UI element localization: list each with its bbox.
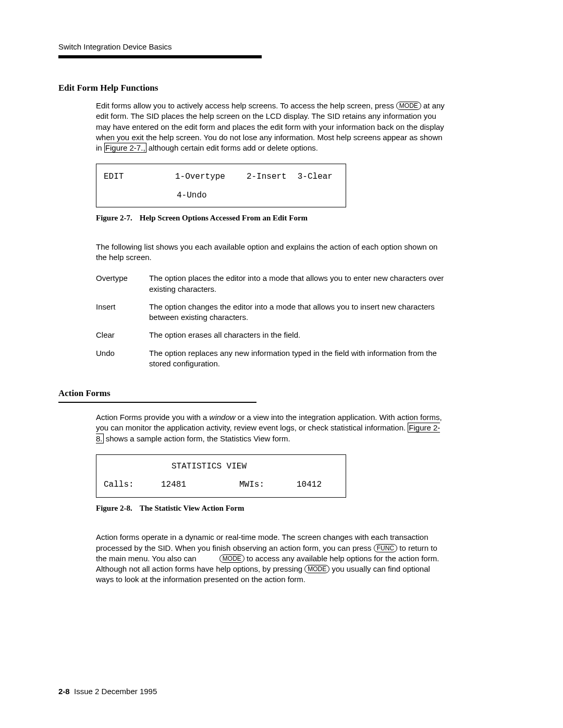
lcd-cell: MWIs: xyxy=(239,479,297,491)
lcd-cell: EDIT xyxy=(104,171,175,183)
caption-label: Figure 2-7. xyxy=(96,213,132,223)
italic-window: window xyxy=(210,413,236,422)
def-text: The option erases all characters in the … xyxy=(149,330,447,340)
def-text: The option changes the editor into a mod… xyxy=(149,302,447,323)
lcd-help-screen: EDIT 1-Overtype 2-Insert 3-Clear 4-Undo xyxy=(96,164,346,207)
midpara: The following list shows you each availa… xyxy=(96,242,447,263)
figure-2-7-caption: Figure 2-7.Help Screen Options Accessed … xyxy=(96,213,447,223)
lcd-cell: Calls: xyxy=(104,479,161,491)
section2-para2: Action forms operate in a dynamic or rea… xyxy=(96,532,447,585)
lcd-row: Calls: 12481 MWIs: 10412 xyxy=(104,479,338,491)
text: Edit forms allow you to actively access … xyxy=(96,101,396,110)
section1-para: Edit forms allow you to actively access … xyxy=(96,101,447,153)
figure-2-8-caption: Figure 2-8.The Statistic View Action For… xyxy=(96,503,447,513)
def-row-clear: Clear The option erases all characters i… xyxy=(96,330,447,340)
page-footer: 2-8 Issue 2 December 1995 xyxy=(58,686,157,697)
lcd-cell: 12481 xyxy=(161,479,239,491)
def-text: The option places the editor into a mode… xyxy=(149,273,447,294)
definitions-list: Overtype The option places the editor in… xyxy=(96,273,447,369)
lcd-row: 4-Undo xyxy=(104,190,338,202)
func-key-icon: FUNC xyxy=(374,544,397,552)
lcd-statistics-view: STATISTICS VIEW Calls: 12481 MWIs: 10412 xyxy=(96,454,346,498)
mode-key-icon: MODE xyxy=(219,554,244,563)
lcd-cell: 4-Undo xyxy=(177,190,250,202)
header-rule xyxy=(58,55,262,58)
def-row-overtype: Overtype The option places the editor in… xyxy=(96,273,447,294)
lcd-cell: 2-Insert xyxy=(247,171,298,183)
running-head: Switch Integration Device Basics xyxy=(58,42,447,52)
page: Switch Integration Device Basics Edit Fo… xyxy=(0,0,563,728)
def-text: The option replaces any new information … xyxy=(149,348,447,369)
section-rule xyxy=(58,402,256,403)
section-title-edit-form-help: Edit Form Help Functions xyxy=(58,82,447,94)
mode-key-icon: MODE xyxy=(304,565,329,573)
def-row-undo: Undo The option replaces any new informa… xyxy=(96,348,447,369)
text: shows a sample action form, the Statisti… xyxy=(104,434,290,443)
caption-label: Figure 2-8. xyxy=(96,503,132,513)
def-row-insert: Insert The option changes the editor int… xyxy=(96,302,447,323)
section1-body: Edit forms allow you to actively access … xyxy=(96,101,447,263)
lcd-title: STATISTICS VIEW xyxy=(104,461,338,473)
section2-para1: Action Forms provide you with a window o… xyxy=(96,412,447,444)
lcd-cell: 3-Clear xyxy=(298,171,338,183)
caption-text: Help Screen Options Accessed From an Edi… xyxy=(140,214,308,222)
lcd-cell xyxy=(104,190,177,202)
page-number: 2-8 xyxy=(58,687,70,696)
issue-info: Issue 2 December 1995 xyxy=(74,687,157,696)
lcd-row: EDIT 1-Overtype 2-Insert 3-Clear xyxy=(104,171,338,183)
figure-2-7-link[interactable]: Figure 2-7., xyxy=(104,143,146,153)
section2-body: Action Forms provide you with a window o… xyxy=(96,412,447,585)
caption-text: The Statistic View Action Form xyxy=(140,504,244,512)
mode-key-icon: MODE xyxy=(396,102,421,110)
lcd-cell: 10412 xyxy=(297,479,338,491)
def-term: Undo xyxy=(96,348,149,369)
def-term: Clear xyxy=(96,330,149,340)
def-term: Insert xyxy=(96,302,149,323)
lcd-cell: 1-Overtype xyxy=(175,171,247,183)
section-title-action-forms: Action Forms xyxy=(58,388,447,400)
def-term: Overtype xyxy=(96,273,149,294)
text: although certain edit forms add or delet… xyxy=(146,143,318,152)
text: Action Forms provide you with a xyxy=(96,413,210,422)
